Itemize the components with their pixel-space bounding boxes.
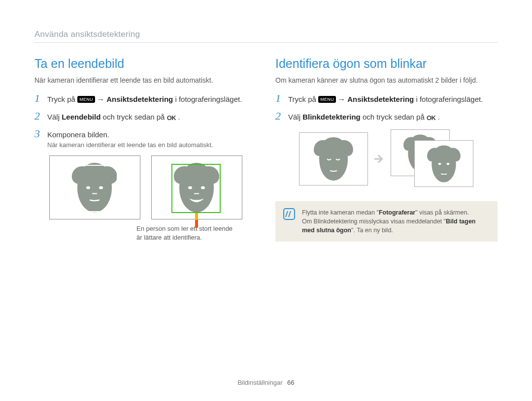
footer-label: Bildinställningar — [237, 379, 282, 386]
note-icon — [283, 208, 295, 220]
col-blink: Identifiera ögon som blinkar Om kameran … — [275, 57, 498, 242]
smile-caption: En person som ler ett stort leende är lä… — [136, 224, 235, 242]
step-text: i fotograferingsläget. — [416, 95, 483, 103]
step-subnote: När kameran identifierar ett leende tas … — [47, 141, 257, 149]
step-2-blink: 2 Välj Blinkdetektering och tryck sedan … — [275, 110, 498, 123]
step-text: → — [97, 95, 106, 103]
blink-example-row — [275, 129, 498, 188]
step-1-smile: 1 Tryck på MENU → Ansiktsdetektering i f… — [34, 92, 257, 105]
smile-example-row — [34, 155, 257, 219]
step-text: och tryck sedan på — [103, 113, 167, 121]
detect-box-white — [70, 165, 118, 212]
smile-indicator-bar — [195, 213, 198, 228]
face-illustration — [306, 135, 361, 185]
arrow-right-icon — [373, 153, 386, 165]
step-1-blink: 1 Tryck på MENU → Ansiktsdetektering i f… — [275, 92, 498, 105]
example-panel-smile — [151, 155, 242, 219]
step-bold: Leendebild — [62, 113, 100, 121]
example-panel-eyes-closed — [299, 132, 368, 185]
step-bold: Ansiktsdetektering — [106, 95, 173, 103]
step-number: 2 — [34, 110, 42, 123]
note-line-2: Om Blinkdetektering misslyckas visas med… — [302, 217, 490, 235]
step-text: Tryck på — [288, 95, 318, 103]
step-bold: Blinkdetektering — [302, 113, 361, 121]
step-number: 2 — [275, 110, 283, 123]
menu-icon: MENU — [77, 96, 95, 103]
step-text: . — [438, 113, 440, 121]
step-text: Välj — [288, 113, 302, 121]
ok-icon: OK — [167, 114, 176, 123]
intro-blink: Om kameran känner av slutna ögon tas aut… — [275, 76, 498, 85]
menu-icon: MENU — [318, 96, 336, 103]
page-number: 66 — [287, 379, 294, 386]
step-text: Komponera bilden. — [47, 129, 109, 140]
breadcrumb: Använda ansiktsdetektering — [34, 30, 498, 43]
step-number: 3 — [34, 127, 42, 140]
heading-smile: Ta en leendebild — [34, 57, 257, 71]
step-2-smile: 2 Välj Leendebild och tryck sedan på OK … — [34, 110, 257, 123]
step-text: → — [338, 95, 347, 103]
step-3-smile: 3 Komponera bilden. När kameran identifi… — [34, 127, 257, 149]
svg-point-5 — [446, 162, 449, 164]
note-line-1: Flytta inte kameran medan "Fotograferar"… — [302, 208, 490, 217]
heading-blink: Identifiera ögon som blinkar — [275, 57, 498, 71]
intro-smile: När kameran identifierar ett leende tas … — [34, 76, 257, 85]
note-box: Flytta inte kameran medan "Fotograferar"… — [275, 201, 498, 242]
step-text: och tryck sedan på — [363, 113, 427, 121]
double-shot-stack — [391, 129, 474, 188]
step-text: i fotograferingsläget. — [175, 95, 242, 103]
step-text: Välj — [47, 113, 62, 121]
step-text: . — [178, 113, 180, 121]
ok-icon: OK — [427, 114, 436, 123]
page-footer: Bildinställningar 66 — [0, 379, 532, 386]
svg-point-4 — [438, 162, 441, 164]
detect-box-green — [171, 164, 221, 213]
step-number: 1 — [34, 92, 42, 105]
step-number: 1 — [275, 92, 283, 105]
example-panel-neutral — [49, 155, 140, 219]
step-text: Tryck på — [47, 95, 77, 103]
step-bold: Ansiktsdetektering — [347, 95, 414, 103]
col-smile: Ta en leendebild När kameran identifiera… — [34, 57, 257, 242]
